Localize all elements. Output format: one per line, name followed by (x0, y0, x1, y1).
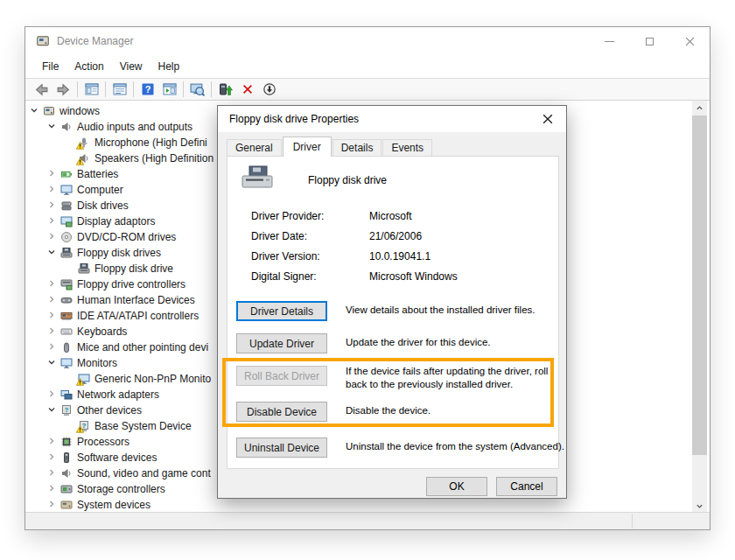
driver-info-row: Driver Date:21/06/2006 (228, 230, 558, 244)
disable-button[interactable] (258, 80, 280, 99)
tree-item-label: IDE ATA/ATAPI controllers (77, 310, 199, 322)
dvd-icon (60, 231, 73, 243)
action-row: Roll Back DriverIf the device fails afte… (236, 366, 553, 396)
tree-item-label: Mice and other pointing devi (77, 341, 208, 354)
back-button[interactable] (31, 80, 52, 99)
sound-icon (60, 467, 73, 480)
update-driver-button[interactable]: Update Driver (236, 333, 327, 354)
display-adapter-icon (60, 215, 73, 228)
chevron-collapsed-icon[interactable] (47, 342, 58, 353)
tab-details[interactable]: Details (332, 139, 382, 156)
toolbar-separator (183, 81, 184, 97)
floppy-controller-icon (60, 278, 73, 290)
field-value: Microsoft (369, 210, 412, 222)
chevron-collapsed-icon[interactable] (47, 437, 58, 447)
chevron-collapsed-icon[interactable] (47, 468, 58, 479)
tree-item-label: Batteries (77, 168, 118, 180)
chevron-collapsed-icon[interactable] (47, 326, 58, 337)
menu-file[interactable]: File (34, 57, 66, 76)
tree-item[interactable]: System devices (26, 497, 690, 513)
chevron-spacer (65, 153, 75, 164)
chevron-expanded-icon[interactable] (47, 405, 58, 416)
action-row: Uninstall DeviceUninstall the device fro… (236, 438, 553, 467)
action-pane-button[interactable] (158, 80, 180, 99)
tree-item-label: Speakers (High Definition (94, 152, 214, 164)
field-value: 10.0.19041.1 (369, 250, 430, 262)
tree-item-label: Microphone (High Defini (94, 136, 207, 149)
chevron-collapsed-icon[interactable] (47, 452, 58, 463)
scrollbar-thumb[interactable] (692, 116, 707, 455)
chevron-expanded-icon[interactable] (30, 106, 40, 116)
maximize-button[interactable] (629, 27, 669, 55)
chevron-collapsed-icon[interactable] (47, 232, 58, 242)
properties-button[interactable] (108, 80, 130, 99)
close-icon (542, 114, 553, 124)
back-icon (34, 82, 49, 97)
menu-help[interactable]: Help (150, 57, 188, 76)
vertical-scrollbar[interactable] (692, 101, 707, 514)
svg-text:?: ? (65, 406, 69, 414)
driver-info-row: Driver Provider:Microsoft (228, 210, 558, 224)
tree-item-label: Human Interface Devices (77, 294, 195, 306)
chevron-collapsed-icon[interactable] (47, 169, 58, 179)
disable-device-button[interactable]: Disable Device (236, 402, 327, 422)
chevron-collapsed-icon[interactable] (47, 389, 58, 400)
menu-action[interactable]: Action (66, 57, 111, 76)
minimize-button[interactable] (589, 27, 629, 55)
field-label: Digital Signer: (251, 270, 317, 283)
scroll-up-button[interactable] (692, 101, 707, 116)
computer-icon (43, 105, 55, 117)
tab-driver[interactable]: Driver (283, 136, 332, 157)
tree-item-label: Audio inputs and outputs (77, 121, 192, 133)
action-row: Disable DeviceDisable the device. (236, 402, 553, 431)
battery-icon (60, 168, 73, 180)
warning-icon (76, 142, 84, 150)
dialog-close-button[interactable] (535, 108, 561, 130)
forward-button[interactable] (52, 80, 74, 99)
chevron-collapsed-icon[interactable] (47, 500, 58, 510)
chevron-collapsed-icon[interactable] (47, 185, 58, 195)
chevron-expanded-icon[interactable] (47, 122, 58, 132)
chevron-collapsed-icon[interactable] (47, 295, 58, 305)
action-row: Driver DetailsView details about the ins… (236, 301, 553, 331)
floppy-icon (60, 247, 73, 259)
field-value: Microsoft Windows (369, 270, 458, 283)
scan-hardware-icon (190, 82, 205, 97)
tree-item-label: Sound, video and game cont (77, 467, 211, 480)
driver-info-row: Digital Signer:Microsoft Windows (228, 270, 558, 284)
help-button[interactable]: ? (136, 80, 158, 99)
tree-item-label: Floppy drive controllers (77, 278, 186, 290)
console-tree-button[interactable] (80, 80, 102, 99)
cancel-button[interactable]: Cancel (496, 477, 557, 496)
scan-hardware-button[interactable] (186, 80, 208, 99)
chevron-collapsed-icon[interactable] (47, 311, 58, 321)
chevron-spacer (65, 421, 75, 431)
uninstall-device-button[interactable]: Uninstall Device (236, 438, 327, 458)
mouse-icon (60, 341, 73, 354)
menu-view[interactable]: View (112, 57, 150, 76)
tree-item-label: Floppy disk drives (77, 247, 161, 259)
chevron-collapsed-icon[interactable] (47, 216, 58, 227)
chevron-collapsed-icon[interactable] (47, 484, 58, 494)
ok-button[interactable]: OK (426, 477, 487, 496)
chevron-collapsed-icon[interactable] (47, 279, 58, 290)
warning-icon (76, 158, 84, 165)
chevron-expanded-icon[interactable] (47, 248, 58, 258)
uninstall-button[interactable] (236, 80, 258, 99)
network-icon (60, 388, 73, 401)
chevron-expanded-icon[interactable] (47, 358, 58, 368)
chevron-spacer (65, 137, 75, 148)
tab-events[interactable]: Events (382, 139, 432, 156)
close-button[interactable] (669, 27, 710, 55)
tab-general[interactable]: General (227, 139, 282, 156)
monitor-icon (60, 184, 73, 196)
device-manager-app-icon (36, 34, 50, 48)
toolbar: ? (25, 78, 710, 101)
svg-text:?: ? (144, 84, 150, 94)
tree-item-label: Monitors (77, 357, 117, 369)
driver-details-button[interactable]: Driver Details (236, 301, 327, 321)
chevron-up-icon (696, 104, 704, 112)
chevron-collapsed-icon[interactable] (47, 200, 58, 211)
monitor-icon (78, 373, 90, 385)
update-driver-button[interactable] (214, 80, 236, 99)
